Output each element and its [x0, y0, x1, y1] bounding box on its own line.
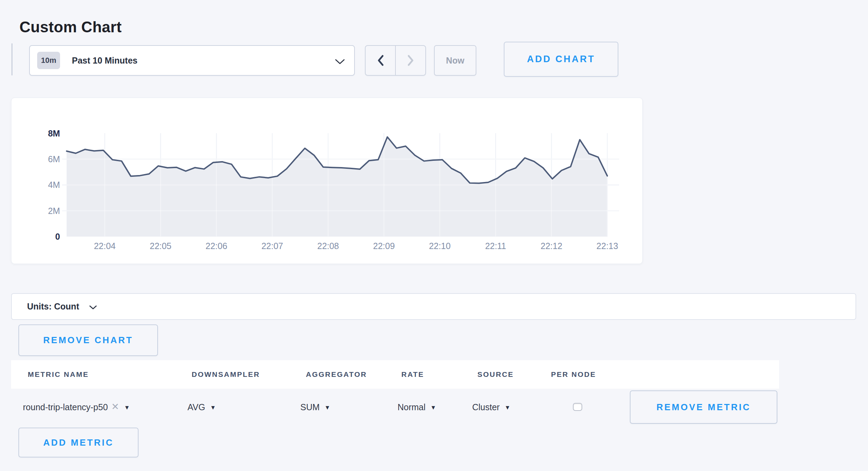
time-range-label: Past 10 Minutes — [72, 56, 137, 66]
time-forward-button[interactable] — [396, 46, 425, 75]
units-dropdown[interactable]: Units: Count — [11, 293, 856, 320]
column-header-metric-name: METRIC NAME — [28, 360, 89, 389]
time-range-badge: 10m — [37, 52, 60, 69]
units-dropdown-label: Units: Count — [27, 301, 79, 312]
column-header-rate: RATE — [401, 360, 424, 389]
column-header-per-node: PER NODE — [551, 360, 596, 389]
column-header-aggregator: AGGREGATOR — [306, 360, 367, 389]
custom-chart-page: Custom Chart 10m Past 10 Minutes Now ADD… — [0, 0, 868, 471]
column-header-downsampler: DOWNSAMPLER — [192, 360, 260, 389]
aggregator-value: SUM — [300, 402, 320, 412]
downsampler-value: AVG — [187, 402, 205, 412]
chevron-right-icon — [407, 55, 415, 66]
remove-chart-button[interactable]: REMOVE CHART — [18, 324, 158, 356]
caret-down-icon: ▼ — [431, 404, 436, 411]
svg-text:22:04: 22:04 — [94, 241, 116, 251]
column-header-source: SOURCE — [477, 360, 514, 389]
svg-text:22:09: 22:09 — [373, 241, 395, 251]
svg-text:22:11: 22:11 — [485, 241, 506, 251]
svg-text:8M: 8M — [48, 129, 60, 138]
svg-text:22:08: 22:08 — [317, 241, 339, 251]
metric-area-chart: 22:0422:0522:0622:0722:0822:0922:1022:11… — [11, 98, 642, 264]
source-select[interactable]: Cluster ▼ — [472, 398, 510, 416]
svg-text:22:13: 22:13 — [596, 241, 618, 251]
rate-value: Normal — [398, 402, 426, 412]
caret-down-icon: ▼ — [504, 404, 510, 411]
chevron-left-icon — [376, 55, 385, 66]
svg-text:6M: 6M — [48, 154, 60, 164]
metrics-table-header: METRIC NAME DOWNSAMPLER AGGREGATOR RATE … — [11, 360, 779, 389]
rate-select[interactable]: Normal ▼ — [398, 398, 436, 416]
source-value: Cluster — [472, 402, 500, 412]
chart-card: 22:0422:0522:0622:0722:0822:0922:1022:11… — [11, 98, 643, 264]
now-button[interactable]: Now — [434, 45, 476, 76]
svg-text:4M: 4M — [48, 180, 60, 190]
add-metric-button[interactable]: ADD METRIC — [18, 428, 139, 457]
caret-down-icon: ▼ — [325, 404, 331, 411]
svg-text:0: 0 — [55, 232, 60, 241]
toolbar-divider — [11, 43, 12, 75]
chevron-down-icon — [89, 305, 97, 310]
svg-text:22:07: 22:07 — [261, 241, 283, 251]
time-range-dropdown[interactable]: 10m Past 10 Minutes — [29, 45, 355, 76]
metric-name-select[interactable]: round-trip-latency-p50 ✕ ▼ — [23, 398, 130, 416]
svg-text:22:10: 22:10 — [429, 241, 450, 251]
time-backward-button[interactable] — [366, 46, 396, 75]
caret-down-icon: ▼ — [124, 404, 130, 411]
downsampler-select[interactable]: AVG ▼ — [187, 398, 216, 416]
svg-text:22:12: 22:12 — [541, 241, 562, 251]
per-node-checkbox[interactable] — [573, 403, 582, 411]
time-step-button-group — [365, 45, 426, 76]
remove-tag-icon[interactable]: ✕ — [111, 401, 119, 412]
aggregator-select[interactable]: SUM ▼ — [300, 398, 330, 416]
remove-metric-button[interactable]: REMOVE METRIC — [630, 390, 777, 424]
svg-text:22:05: 22:05 — [150, 241, 171, 251]
add-chart-button[interactable]: ADD CHART — [504, 42, 618, 77]
page-title: Custom Chart — [19, 18, 122, 36]
svg-text:22:06: 22:06 — [206, 241, 227, 251]
svg-text:2M: 2M — [48, 206, 60, 216]
chevron-down-icon — [335, 59, 345, 65]
caret-down-icon: ▼ — [210, 404, 216, 411]
metric-name-value: round-trip-latency-p50 — [23, 402, 108, 412]
